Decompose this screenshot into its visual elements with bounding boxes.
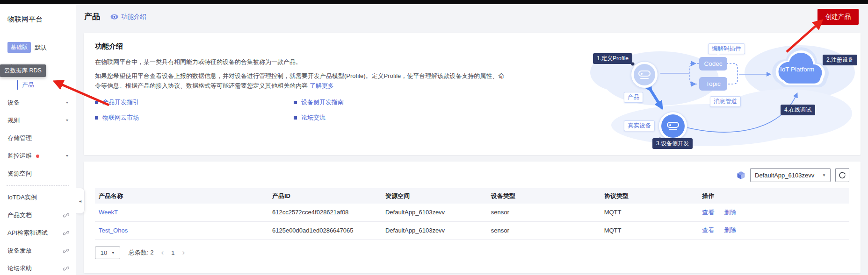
- link-icon: [63, 266, 69, 272]
- sidebar-item-monitor[interactable]: 监控运维 ▼: [0, 147, 76, 165]
- app-selector-dropdown[interactable]: DefaultApp_6103zevv ▼: [750, 168, 831, 182]
- product-label: 产品: [624, 92, 643, 103]
- sidebar-divider: [7, 31, 68, 31]
- product-name-link[interactable]: WeekT: [99, 209, 118, 216]
- sidebar-item-resource-space[interactable]: 资源空间: [0, 165, 76, 183]
- product-device-icon: [631, 61, 658, 88]
- square-bullet-icon: [294, 101, 297, 104]
- diagram-step2-badge: 2.注册设备: [823, 55, 857, 65]
- learn-more-link[interactable]: 了解更多: [310, 82, 334, 89]
- table-header-row: 产品名称 产品ID 资源空间 设备类型 协议类型 操作: [95, 188, 849, 204]
- refresh-icon: [839, 171, 846, 179]
- table-toolbar: DefaultApp_6103zevv ▼: [95, 168, 849, 182]
- edition-badge: 基础版: [7, 42, 31, 53]
- cloud-label: IoT Platform: [780, 66, 814, 73]
- chevron-down-icon: ▼: [65, 154, 69, 158]
- product-id-cell: 6125e00d0ad1ed0286647065: [268, 221, 382, 239]
- app-window: 物联网平台 基础版 默认 总览 产品 设备 ▼ 规则 ▼ 存储管理: [0, 4, 868, 275]
- prev-page-button[interactable]: ‹: [161, 248, 164, 257]
- col-device-type: 设备类型: [487, 188, 600, 204]
- doc-links: 产品开发指引 设备侧开发指南 物联网云市场 论坛交流: [95, 98, 516, 122]
- view-link[interactable]: 查看: [702, 209, 714, 216]
- feature-intro-link[interactable]: 功能介绍: [110, 13, 146, 21]
- resource-space-cell: DefaultApp_6103zevv: [382, 204, 487, 221]
- page-size-select[interactable]: 10 ▼: [95, 247, 120, 259]
- col-product-name: 产品名称: [95, 188, 268, 204]
- square-bullet-icon: [95, 101, 98, 104]
- col-operations: 操作: [698, 188, 849, 204]
- chevron-down-icon: ▼: [65, 101, 69, 105]
- sidebar-item-product[interactable]: 产品: [0, 76, 76, 94]
- col-product-id: 产品ID: [268, 188, 382, 204]
- link-forum[interactable]: 论坛交流: [294, 113, 516, 122]
- feature-intro-card: 功能介绍 在物联网平台中，某一类具有相同能力或特征的设备的合集被称为一款产品。 …: [84, 33, 861, 155]
- next-page-button[interactable]: ›: [182, 248, 185, 257]
- cube-icon: [737, 171, 745, 180]
- sidebar-item-api-explorer[interactable]: API检索和调试: [0, 224, 76, 242]
- col-protocol: 协议类型: [600, 188, 699, 204]
- diagram-step4-badge: 4.在线调试: [781, 105, 815, 115]
- sidebar-item-storage[interactable]: 存储管理: [0, 129, 76, 147]
- square-bullet-icon: [294, 116, 297, 120]
- feature-paragraph-2: 如果您希望使用平台查看设备上报的数据信息，并对设备进行管理控制，就需要开发产品模…: [95, 71, 510, 91]
- sidebar-item-forum-help[interactable]: 论坛求助: [0, 260, 76, 275]
- square-bullet-icon: [95, 116, 98, 120]
- ops-divider: [719, 210, 719, 215]
- protocol-cell: MQTT: [600, 221, 699, 239]
- real-device-icon: [658, 112, 687, 141]
- link-device-dev-guide[interactable]: 设备侧开发指南: [294, 98, 516, 106]
- sidebar-title: 物联网平台: [0, 4, 76, 24]
- sidebar-menu: 总览 产品 设备 ▼ 规则 ▼ 存储管理 监控运维 ▼ 资源空间: [0, 58, 76, 275]
- notification-dot: [36, 155, 39, 158]
- table-row: Test_Ohos 6125e00d0ad1ed0286647065 Defau…: [95, 221, 849, 239]
- pagination: 10 ▼ 总条数: 2 ‹ 1 ›: [95, 247, 849, 259]
- product-table: 产品名称 产品ID 资源空间 设备类型 协议类型 操作 WeekT 612cc2…: [95, 188, 849, 240]
- sidebar-item-device[interactable]: 设备 ▼: [0, 94, 76, 112]
- chevron-down-icon: ▼: [822, 173, 826, 177]
- delete-link[interactable]: 删除: [724, 209, 736, 216]
- col-resource-space: 资源空间: [382, 188, 487, 204]
- device-type-cell: sensor: [487, 221, 600, 239]
- delete-link[interactable]: 删除: [724, 226, 736, 233]
- codec-box: Codec: [699, 57, 727, 71]
- main-content: 产品 功能介绍 创建产品 功能介绍 在物联网平台中，某一类具有相同能力或特征的设…: [76, 4, 868, 275]
- eye-icon: [110, 14, 118, 20]
- diagram-step1-badge: 1.定义Profile: [593, 53, 632, 64]
- chevron-down-icon: ▼: [65, 119, 69, 122]
- protocol-cell: MQTT: [600, 204, 699, 221]
- create-product-button[interactable]: 创建产品: [817, 9, 859, 25]
- codec-plugin-bubble: 编解码插件: [708, 43, 745, 54]
- sidebar-collapse-handle[interactable]: ◂: [76, 188, 85, 214]
- link-icon: [63, 230, 69, 236]
- page-header: 产品 功能介绍 创建产品: [76, 4, 868, 29]
- view-link[interactable]: 查看: [702, 226, 714, 233]
- page-title: 产品: [84, 11, 100, 22]
- product-id-cell: 612cc2572cce4f028621af08: [268, 204, 382, 221]
- link-iot-marketplace[interactable]: 物联网云市场: [95, 113, 294, 122]
- refresh-button[interactable]: [835, 168, 849, 182]
- diagram-step3-badge: 3.设备侧开发: [652, 138, 693, 149]
- sidebar-item-rules[interactable]: 规则 ▼: [0, 112, 76, 129]
- chevron-down-icon: ▼: [111, 251, 115, 254]
- collapse-icon: ◂: [79, 198, 81, 204]
- real-device-label: 真实设备: [624, 120, 655, 131]
- sidebar-item-device-provision[interactable]: 设备发放: [0, 242, 76, 260]
- ops-divider: [719, 228, 719, 233]
- hover-tooltip: 云数据库 RDS: [0, 64, 46, 77]
- link-product-dev-guide[interactable]: 产品开发指引: [95, 98, 294, 106]
- product-name-link[interactable]: Test_Ohos: [99, 227, 128, 234]
- sidebar-item-iotda-instance[interactable]: IoTDA实例: [0, 189, 76, 206]
- product-list-card: DefaultApp_6103zevv ▼ 产品名称: [84, 162, 861, 273]
- device-type-cell: sensor: [487, 204, 600, 221]
- edition-badges: 基础版 默认: [7, 42, 76, 53]
- page-number[interactable]: 1: [171, 249, 174, 256]
- edition-default-label: 默认: [35, 43, 47, 52]
- sidebar: 物联网平台 基础版 默认 总览 产品 设备 ▼ 规则 ▼ 存储管理: [0, 4, 76, 275]
- link-icon: [63, 248, 69, 254]
- sidebar-dashed-divider: [7, 185, 69, 186]
- total-count-label: 总条数: 2: [129, 248, 153, 257]
- sidebar-item-product-docs[interactable]: 产品文档: [0, 206, 76, 224]
- topic-box: Topic: [699, 77, 727, 91]
- message-pipe-label: 消息管道: [710, 96, 741, 107]
- table-row: WeekT 612cc2572cce4f028621af08 DefaultAp…: [95, 204, 849, 221]
